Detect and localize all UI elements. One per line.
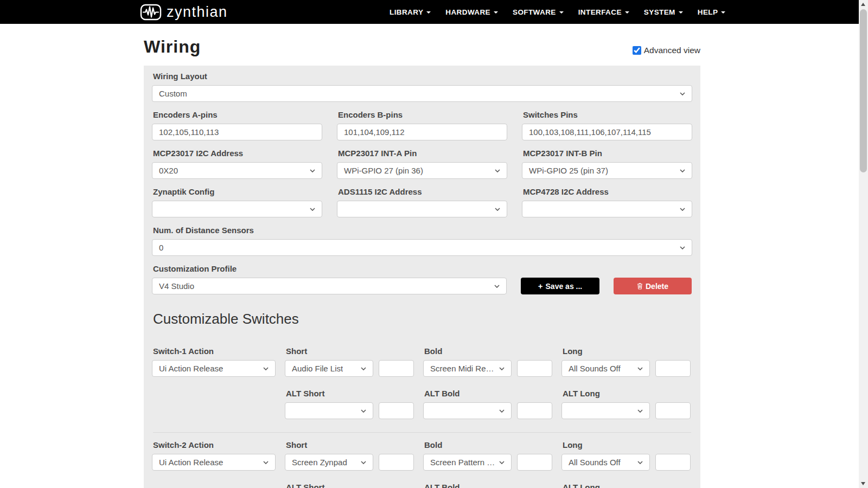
chevron-down-icon: [263, 461, 269, 464]
distance-sensors-label: Num. of Distance Sensors: [153, 226, 692, 235]
encoders-a-label: Encoders A-pins: [153, 110, 322, 120]
scrollbar-thumb[interactable]: [860, 9, 867, 172]
caret-down-icon: [559, 11, 564, 14]
chevron-down-icon: [494, 285, 500, 288]
customization-profile-group: Customization Profile V4 Studio: [152, 264, 507, 294]
advanced-view-toggle[interactable]: Advanced view: [633, 46, 700, 55]
scroll-down-arrow-icon[interactable]: [861, 482, 865, 485]
chevron-down-icon: [361, 461, 366, 464]
chevron-down-icon: [680, 169, 685, 172]
encoders-a-input[interactable]: [152, 124, 322, 140]
wiring-layout-group: Wiring Layout Custom: [152, 72, 692, 102]
switch-1-short-param-input[interactable]: [379, 360, 414, 377]
mcp4728-i2c-select[interactable]: [522, 201, 692, 217]
delete-button[interactable]: Delete: [614, 278, 692, 294]
ads1115-i2c-label: ADS1115 I2C Address: [338, 187, 507, 197]
zynaptik-config-select[interactable]: [152, 201, 322, 217]
nav-item-software[interactable]: SOFTWARE: [513, 8, 564, 16]
nav-item-library[interactable]: LIBRARY: [390, 8, 431, 16]
mcp23017-inta-group: MCP23017 INT-A Pin WPi-GPIO 27 (pin 36): [337, 149, 507, 179]
chevron-down-icon: [637, 461, 643, 464]
mcp23017-intb-group: MCP23017 INT-B Pin WPi-GPIO 25 (pin 37): [522, 149, 692, 179]
save-as-label: Save as ...: [546, 282, 583, 291]
ads1115-i2c-select[interactable]: [337, 201, 507, 217]
switch-1-alt-bold-param-input[interactable]: [517, 402, 552, 419]
switch-1-bold-select[interactable]: Screen Midi Recorder: [423, 360, 512, 377]
switch-1-alt-short-select[interactable]: [285, 402, 373, 419]
switch-2-long-select[interactable]: All Sounds Off: [561, 454, 650, 471]
switch-2-action-select[interactable]: Ui Action Release: [152, 454, 276, 471]
selected-value: Screen Midi Recorder: [430, 364, 496, 373]
switch-2-bold-select[interactable]: Screen Pattern Editor: [423, 454, 512, 471]
chevron-down-icon: [495, 208, 500, 211]
switch-2-alt-row: ALT Short ALT Bold: [152, 483, 692, 488]
distance-sensors-select[interactable]: 0: [152, 239, 692, 256]
chevron-down-icon: [499, 409, 505, 413]
switches-pins-input[interactable]: [522, 124, 692, 140]
wiring-layout-select[interactable]: Custom: [152, 85, 692, 102]
switch-1-alt-long-select[interactable]: [561, 402, 650, 419]
selected-value: 0: [159, 243, 163, 252]
vertical-scrollbar[interactable]: [859, 0, 868, 488]
advanced-view-checkbox[interactable]: [633, 46, 641, 55]
mcp23017-inta-label: MCP23017 INT-A Pin: [338, 149, 507, 158]
encoders-b-input[interactable]: [337, 124, 507, 140]
switch-1-action-select[interactable]: Ui Action Release: [152, 360, 276, 377]
switch-2-long-label: Long: [563, 440, 691, 450]
brand-logo[interactable]: zynthian: [140, 0, 228, 24]
selected-value: All Sounds Off: [569, 364, 621, 373]
encoders-b-group: Encoders B-pins: [337, 110, 507, 140]
chevron-down-icon: [499, 367, 505, 370]
selected-value: 0X20: [159, 166, 178, 175]
chevron-down-icon: [637, 409, 643, 413]
switch-2-bold-group: Bold Screen Pattern Editor: [423, 440, 552, 471]
switch-1-action-label: Switch-1 Action: [153, 346, 276, 356]
nav-item-system[interactable]: SYSTEM: [644, 8, 683, 16]
save-as-button[interactable]: + Save as ...: [521, 278, 599, 294]
selected-value: V4 Studio: [159, 281, 194, 291]
chevron-down-icon: [499, 461, 505, 464]
switch-2-alt-spacer: [152, 483, 276, 488]
nav-item-hardware[interactable]: HARDWARE: [445, 8, 498, 16]
customization-profile-select[interactable]: V4 Studio: [152, 278, 507, 294]
nav-item-label: LIBRARY: [390, 8, 423, 16]
selected-value: All Sounds Off: [569, 458, 621, 467]
switch-1-long-select[interactable]: All Sounds Off: [561, 360, 650, 377]
switch-1-alt-bold-select[interactable]: [423, 402, 512, 419]
mcp4728-i2c-group: MCP4728 I2C Address: [522, 187, 692, 217]
switch-2-alt-bold-group: ALT Bold: [423, 483, 552, 488]
mcp23017-intb-select[interactable]: WPi-GPIO 25 (pin 37): [522, 162, 692, 179]
switch-1-bold-param-input[interactable]: [517, 360, 552, 377]
chevron-down-icon: [680, 246, 685, 249]
switch-1-long-group: Long All Sounds Off: [561, 346, 691, 377]
switch-1-bold-label: Bold: [424, 346, 552, 356]
nav-item-help[interactable]: HELP: [698, 8, 726, 16]
switch-2-alt-short-label: ALT Short: [286, 483, 414, 488]
switch-2-short-select[interactable]: Screen Zynpad: [285, 454, 373, 471]
switch-1-alt-long-param-input[interactable]: [655, 402, 691, 419]
encoders-a-group: Encoders A-pins: [152, 110, 322, 140]
switch-1-long-param-input[interactable]: [655, 360, 691, 377]
switch-1-action-group: Switch-1 Action Ui Action Release: [152, 346, 276, 377]
mcp23017-row: MCP23017 I2C Address 0X20 MCP23017 INT-A…: [152, 149, 692, 179]
nav-item-label: HARDWARE: [445, 8, 490, 16]
trash-icon: [637, 282, 643, 290]
nav-item-interface[interactable]: INTERFACE: [578, 8, 629, 16]
page-title: Wiring: [144, 37, 201, 56]
switch-2-long-param-input[interactable]: [655, 454, 691, 471]
switch-2-bold-label: Bold: [424, 440, 552, 450]
distance-sensors-group: Num. of Distance Sensors 0: [152, 226, 692, 256]
ads1115-i2c-group: ADS1115 I2C Address: [337, 187, 507, 217]
selected-value: Audio File List: [292, 364, 343, 373]
switch-1-alt-long-label: ALT Long: [563, 389, 691, 399]
switch-2-bold-param-input[interactable]: [517, 454, 552, 471]
encoders-b-label: Encoders B-pins: [338, 110, 507, 120]
switch-2-short-param-input[interactable]: [379, 454, 414, 471]
advanced-view-label: Advanced view: [644, 46, 700, 55]
switch-1-short-select[interactable]: Audio File List: [285, 360, 373, 377]
switch-1-alt-bold-label: ALT Bold: [424, 389, 552, 399]
mcp23017-i2c-select[interactable]: 0X20: [152, 162, 322, 179]
scroll-up-arrow-icon[interactable]: [861, 3, 865, 6]
switch-1-alt-short-param-input[interactable]: [379, 402, 414, 419]
mcp23017-inta-select[interactable]: WPi-GPIO 27 (pin 36): [337, 162, 507, 179]
